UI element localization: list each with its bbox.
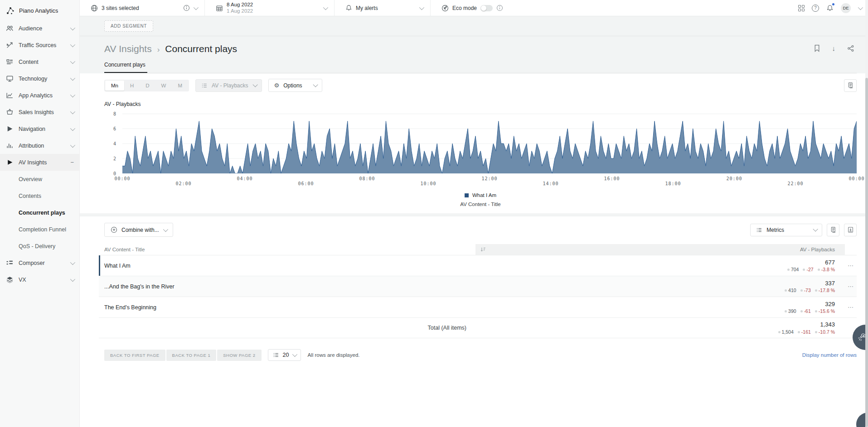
sidebar-item-attribution[interactable]: Attribution [0, 137, 79, 154]
row-options-icon[interactable]: ⋯ [845, 262, 857, 269]
traffic-sources-icon [6, 41, 14, 49]
share-icon[interactable] [847, 45, 854, 52]
pct-value: -10.7 % [819, 329, 835, 335]
legend-dimension-label: AV Content - Title [460, 202, 500, 207]
sidebar-item-qos-delivery[interactable]: QoS - Delivery [0, 238, 79, 254]
pct-value: -17.8 % [819, 288, 835, 293]
info-icon[interactable] [496, 5, 503, 11]
sidebar-item-vx[interactable]: VX [0, 271, 79, 288]
combine-with-label: Combine with... [121, 227, 159, 233]
row-options-icon[interactable]: ⋯ [845, 304, 857, 311]
site-selector[interactable]: 3 sites selected [80, 0, 205, 16]
table-report-button[interactable] [827, 224, 839, 236]
back-to-page-1-button[interactable]: BACK TO PAGE 1 [166, 350, 217, 361]
user-avatar[interactable]: DE [841, 3, 851, 13]
list-icon [201, 82, 208, 89]
granularity-m[interactable]: M [172, 81, 188, 91]
chevron-down-icon[interactable] [194, 5, 199, 10]
apps-grid-icon[interactable] [798, 5, 805, 11]
info-icon[interactable] [183, 5, 190, 11]
back-to-first-page-button[interactable]: BACK TO FIRST PAGE [104, 350, 165, 361]
chart-metric-dropdown[interactable]: AV - Playbacks [195, 79, 262, 92]
chart-area[interactable] [122, 114, 857, 173]
scrollbar-thumb[interactable] [865, 78, 868, 427]
table-row[interactable]: What I Am 677 704-27-3.8 % ⋯ [99, 255, 857, 276]
legend-series[interactable]: What I Am [465, 192, 496, 198]
sales-insights-icon [6, 108, 14, 116]
sort-desc-icon[interactable] [480, 246, 486, 253]
sidebar-item-app-analytics[interactable]: App Analytics [0, 87, 79, 104]
bookmark-icon[interactable] [814, 44, 820, 52]
granularity-d[interactable]: D [140, 81, 155, 91]
show-page-2-button[interactable]: SHOW PAGE 2 [217, 350, 261, 361]
chart-card: Mn H D W M AV - Playbacks ⚙ Options [80, 73, 868, 213]
chevron-down-icon[interactable] [419, 5, 424, 10]
chevron-down-icon[interactable] [323, 5, 328, 10]
sidebar-item-av-insights[interactable]: AV Insights − [0, 154, 79, 171]
x-tick-label: 04:00 [237, 176, 252, 181]
options-dropdown[interactable]: ⚙ Options [268, 79, 322, 92]
chevron-down-icon[interactable] [858, 5, 863, 10]
column-header-title[interactable]: AV Content - Title [99, 247, 475, 252]
sidebar-item-contents[interactable]: Contents [0, 187, 79, 204]
av-insights-icon [6, 158, 14, 166]
tab-concurrent-plays[interactable]: Concurrent plays [104, 62, 147, 73]
content-icon [6, 58, 14, 66]
logo[interactable]: Piano Analytics [0, 4, 79, 20]
my-alerts-selector[interactable]: My alerts [335, 0, 431, 16]
table-row[interactable]: The End's Beginning 329 390-61-15.6 % ⋯ [99, 297, 857, 317]
granularity-w[interactable]: W [155, 81, 172, 91]
row-title[interactable]: What I Am [99, 263, 475, 269]
combine-with-dropdown[interactable]: Combine with... [104, 223, 173, 237]
granularity-h[interactable]: H [124, 81, 140, 91]
sidebar-item-concurrent-plays[interactable]: Concurrent plays [0, 204, 79, 221]
table-export-button[interactable] [844, 224, 857, 236]
sidebar-item-navigation[interactable]: Navigation [0, 120, 79, 137]
sidebar-item-technology[interactable]: Technology [0, 70, 79, 87]
rows-per-page-value: 20 [283, 352, 289, 358]
display-number-of-rows-link[interactable]: Display number of rows [802, 352, 857, 358]
metrics-label: Metrics [766, 227, 784, 233]
attribution-icon [6, 142, 14, 149]
sidebar-item-completion-funnel[interactable]: Completion Funnel [0, 221, 79, 238]
chevron-down-icon [70, 276, 75, 281]
my-alerts-label: My alerts [356, 5, 378, 11]
sidebar-item-sales-insights[interactable]: Sales Insights [0, 104, 79, 120]
notifications-bell[interactable] [826, 5, 834, 12]
x-tick-label: 00:00 [114, 176, 130, 181]
table-row[interactable]: ...And the Bag's in the River 337 410-73… [99, 276, 857, 297]
download-icon[interactable]: ↓ [832, 44, 836, 52]
column-header-metric[interactable]: AV - Playbacks [475, 244, 845, 255]
granularity-mn[interactable]: Mn [105, 81, 124, 91]
row-title[interactable]: ...And the Bag's in the River [99, 283, 475, 290]
breadcrumb-parent[interactable]: AV Insights [104, 43, 152, 54]
chevron-down-icon [70, 109, 75, 114]
page-scrollbar[interactable] [865, 0, 868, 427]
metrics-dropdown[interactable]: Metrics [750, 224, 822, 236]
sidebar-sub-label: Concurrent plays [19, 210, 65, 216]
x-tick-label: 22:00 [787, 181, 803, 186]
row-title[interactable]: The End's Beginning [99, 304, 475, 311]
sidebar-item-audience[interactable]: Audience [0, 20, 79, 37]
row-options-icon[interactable]: ⋯ [845, 283, 857, 290]
sidebar-item-label: App Analytics [19, 92, 65, 99]
eco-mode-toggle[interactable] [480, 5, 493, 11]
help-icon[interactable]: ? [812, 5, 819, 12]
sidebar-sub-label: Overview [19, 176, 42, 182]
globe-icon [91, 5, 98, 12]
rows-per-page-dropdown[interactable]: 20 [268, 349, 301, 361]
chart-plot: 02468 [104, 114, 857, 173]
date-range-selector[interactable]: 8 Aug 2022 1 Aug 2022 [205, 0, 335, 16]
chevron-down-icon [70, 25, 75, 30]
chart-report-button[interactable] [844, 79, 857, 92]
sidebar-item-content[interactable]: Content [0, 53, 79, 70]
add-segment-button[interactable]: ADD SEGMENT [104, 20, 153, 32]
x-tick-label: 06:00 [298, 181, 314, 186]
sidebar-item-traffic-sources[interactable]: Traffic Sources [0, 37, 79, 53]
sidebar-item-overview[interactable]: Overview [0, 171, 79, 187]
eco-mode-section: Eco mode [431, 0, 510, 16]
sidebar-item-composer[interactable]: Composer [0, 254, 79, 271]
legend-swatch-icon [465, 193, 469, 197]
x-tick-label: 20:00 [726, 176, 742, 181]
collapse-icon[interactable]: − [70, 159, 74, 166]
